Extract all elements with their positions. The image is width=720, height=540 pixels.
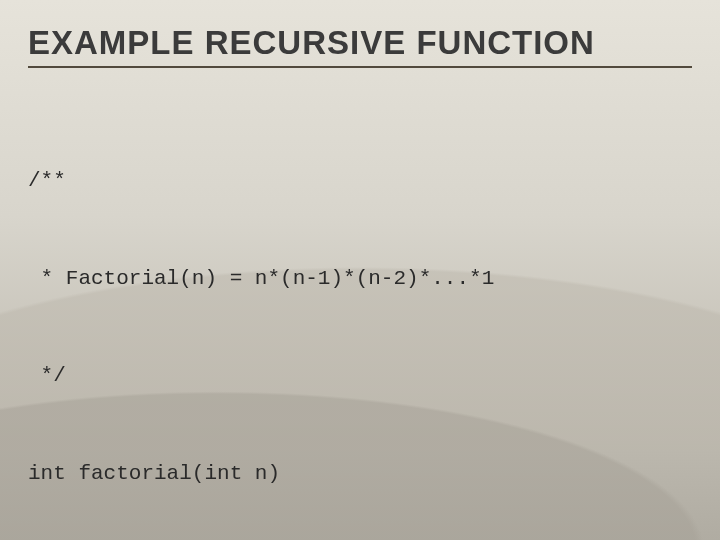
slide-title: EXAMPLE RECURSIVE FUNCTION bbox=[28, 24, 692, 68]
code-line: /** bbox=[28, 165, 692, 198]
code-line: * Factorial(n) = n*(n-1)*(n-2)*...*1 bbox=[28, 263, 692, 296]
code-block: /** * Factorial(n) = n*(n-1)*(n-2)*...*1… bbox=[28, 100, 692, 540]
code-line: int factorial(int n) bbox=[28, 458, 692, 491]
code-line: */ bbox=[28, 360, 692, 393]
slide-container: EXAMPLE RECURSIVE FUNCTION /** * Factori… bbox=[0, 0, 720, 540]
